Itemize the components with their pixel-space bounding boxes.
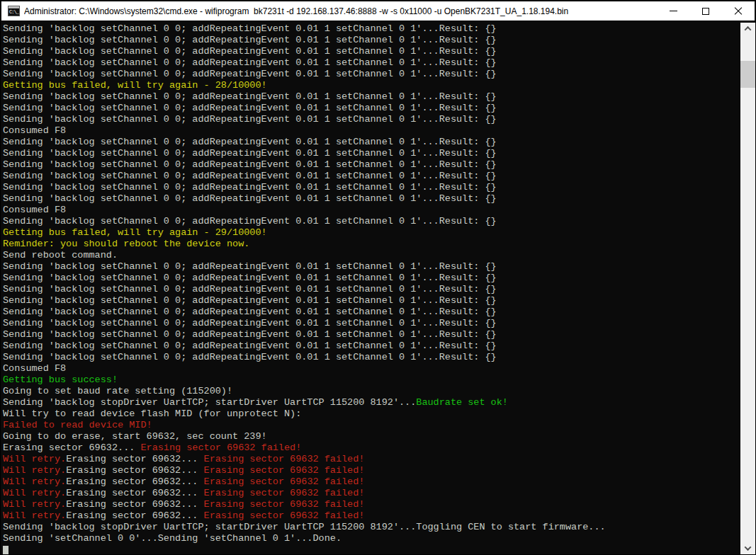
terminal-text-segment: Erasing sector 69632... bbox=[66, 510, 203, 521]
cmd-window: Administrator: C:\Windows\system32\cmd.e… bbox=[0, 0, 756, 555]
terminal-text-segment: Getting bus failed, will try again - 28/… bbox=[3, 80, 267, 91]
terminal-line: Sending 'setChannel 0 0'...Sending 'setC… bbox=[1, 533, 742, 544]
terminal-line: Sending 'backlog stopDriver UartTCP; sta… bbox=[1, 397, 742, 408]
terminal-text-segment: Erasing sector 69632 failed! bbox=[204, 454, 365, 464]
terminal-text-segment: Will retry. bbox=[3, 454, 66, 464]
terminal-line: Will retry.Erasing sector 69632... Erasi… bbox=[1, 499, 742, 510]
terminal-text-segment: Sending 'backlog setChannel 0 0; addRepe… bbox=[3, 216, 497, 227]
terminal-text-segment: Sending 'backlog setChannel 0 0; addRepe… bbox=[3, 273, 497, 283]
terminal-line: Send reboot command. bbox=[1, 250, 742, 261]
terminal-text-segment: Erasing sector 69632 failed! bbox=[204, 510, 365, 521]
terminal-line bbox=[1, 544, 742, 554]
terminal-text-segment: Consumed F8 bbox=[3, 363, 66, 374]
terminal-text-segment: Will retry. bbox=[3, 510, 66, 521]
terminal-text-segment: Sending 'backlog setChannel 0 0; addRepe… bbox=[3, 148, 497, 159]
terminal-text-segment: Sending 'setChannel 0 0'...Sending 'setC… bbox=[3, 533, 342, 544]
terminal-text-segment: Erasing sector 69632 failed! bbox=[140, 442, 301, 453]
terminal-line: Consumed F8 bbox=[1, 125, 742, 137]
terminal-text-segment: Erasing sector 69632... bbox=[66, 476, 203, 487]
scrollbar-thumb[interactable] bbox=[740, 61, 755, 88]
terminal-line: Sending 'backlog setChannel 0 0; addRepe… bbox=[1, 318, 742, 329]
terminal-text-segment: Sending 'backlog setChannel 0 0; addRepe… bbox=[3, 284, 497, 294]
terminal-cursor bbox=[3, 546, 9, 554]
terminal-text-segment: Erasing sector 69632 failed! bbox=[204, 476, 365, 487]
terminal-line: Sending 'backlog setChannel 0 0; addRepe… bbox=[1, 329, 742, 341]
terminal-text-segment: Will retry. bbox=[3, 465, 66, 476]
terminal-line: Sending 'backlog setChannel 0 0; addRepe… bbox=[1, 273, 742, 284]
terminal-text-segment: Baudrate set ok! bbox=[416, 397, 508, 408]
close-button[interactable] bbox=[722, 1, 755, 21]
scroll-up-button[interactable] bbox=[740, 23, 755, 35]
terminal-text-segment: Send reboot command. bbox=[3, 250, 118, 261]
terminal-line: Will retry.Erasing sector 69632... Erasi… bbox=[1, 488, 742, 499]
terminal-line: Sending 'backlog stopDriver UartTCP; sta… bbox=[1, 522, 742, 533]
terminal-line: Consumed F8 bbox=[1, 363, 742, 374]
terminal-text-segment: Erasing sector 69632 failed! bbox=[204, 465, 365, 476]
terminal-text-segment: Erasing sector 69632... bbox=[66, 488, 203, 498]
terminal-text-segment: Sending 'backlog setChannel 0 0; addRepe… bbox=[3, 307, 497, 317]
terminal-text-segment: Sending 'backlog setChannel 0 0; addRepe… bbox=[3, 91, 497, 102]
terminal-text-segment: Sending 'backlog setChannel 0 0; addRepe… bbox=[3, 46, 497, 57]
terminal-line: Sending 'backlog setChannel 0 0; addRepe… bbox=[1, 216, 742, 227]
terminal-text-segment: Erasing sector 69632... bbox=[66, 499, 203, 510]
terminal-line: Sending 'backlog setChannel 0 0; addRepe… bbox=[1, 341, 742, 352]
terminal-text-segment: Sending 'backlog setChannel 0 0; addRepe… bbox=[3, 35, 497, 45]
terminal-text-segment: Sending 'backlog setChannel 0 0; addRepe… bbox=[3, 57, 497, 68]
terminal-text-segment: Erasing sector 69632... bbox=[3, 442, 140, 453]
cmd-icon bbox=[8, 6, 20, 16]
terminal-line: Sending 'backlog setChannel 0 0; addRepe… bbox=[1, 35, 742, 46]
terminal-line: Sending 'backlog setChannel 0 0; addRepe… bbox=[1, 114, 742, 125]
terminal-line: Sending 'backlog setChannel 0 0; addRepe… bbox=[1, 148, 742, 159]
terminal-line: Going to do erase, start 69632, sec coun… bbox=[1, 431, 742, 442]
terminal-line: Sending 'backlog setChannel 0 0; addRepe… bbox=[1, 352, 742, 363]
terminal-text-segment: Sending 'backlog setChannel 0 0; addRepe… bbox=[3, 137, 497, 147]
terminal-line: Sending 'backlog setChannel 0 0; addRepe… bbox=[1, 137, 742, 148]
terminal-line: Sending 'backlog setChannel 0 0; addRepe… bbox=[1, 193, 742, 205]
window-title: Administrator: C:\Windows\system32\cmd.e… bbox=[24, 6, 657, 16]
terminal-line: Getting bus failed, will try again - 29/… bbox=[1, 227, 742, 239]
terminal-text-segment: Sending 'backlog setChannel 0 0; addRepe… bbox=[3, 182, 497, 193]
terminal-text-segment: Sending 'backlog setChannel 0 0; addRepe… bbox=[3, 23, 497, 34]
terminal-text-segment: Going to set baud rate setting (115200)! bbox=[3, 386, 232, 396]
terminal-text-segment: Failed to read device MID! bbox=[3, 420, 152, 430]
terminal-line: Sending 'backlog setChannel 0 0; addRepe… bbox=[1, 182, 742, 193]
terminal-line: Getting bus failed, will try again - 28/… bbox=[1, 80, 742, 91]
terminal-line: Will retry.Erasing sector 69632... Erasi… bbox=[1, 454, 742, 465]
terminal-line: Sending 'backlog setChannel 0 0; addRepe… bbox=[1, 103, 742, 114]
minimize-button[interactable] bbox=[657, 1, 689, 21]
terminal-text-segment: Consumed F8 bbox=[3, 205, 66, 215]
terminal-text-segment: Erasing sector 69632... bbox=[66, 454, 203, 464]
terminal-text-segment: Getting bus success! bbox=[3, 374, 118, 385]
terminal-line: Sending 'backlog setChannel 0 0; addRepe… bbox=[1, 261, 742, 273]
terminal-line: Sending 'backlog setChannel 0 0; addRepe… bbox=[1, 46, 742, 57]
window-controls bbox=[657, 1, 755, 21]
terminal-text-segment: Sending 'backlog setChannel 0 0; addRepe… bbox=[3, 103, 497, 113]
terminal-line: Will retry.Erasing sector 69632... Erasi… bbox=[1, 465, 742, 476]
terminal-text-segment: Getting bus failed, will try again - 29/… bbox=[3, 227, 267, 238]
terminal-text-segment: Sending 'backlog setChannel 0 0; addRepe… bbox=[3, 318, 497, 328]
terminal-line: Sending 'backlog setChannel 0 0; addRepe… bbox=[1, 69, 742, 80]
terminal-line: Sending 'backlog setChannel 0 0; addRepe… bbox=[1, 23, 742, 35]
terminal-line: Will retry.Erasing sector 69632... Erasi… bbox=[1, 476, 742, 488]
terminal-output: Sending 'backlog setChannel 0 0; addRepe… bbox=[1, 23, 742, 554]
scroll-down-button[interactable] bbox=[740, 542, 755, 554]
terminal-line: Going to set baud rate setting (115200)! bbox=[1, 386, 742, 397]
titlebar[interactable]: Administrator: C:\Windows\system32\cmd.e… bbox=[1, 1, 755, 22]
terminal-line: Sending 'backlog setChannel 0 0; addRepe… bbox=[1, 159, 742, 171]
terminal-line: Getting bus success! bbox=[1, 374, 742, 386]
terminal-text-segment: Erasing sector 69632... bbox=[66, 465, 203, 476]
terminal-text-segment: Sending 'backlog stopDriver UartTCP; sta… bbox=[3, 522, 606, 532]
close-icon bbox=[734, 7, 743, 16]
terminal-text-segment: Will retry. bbox=[3, 499, 66, 510]
scrollbar[interactable] bbox=[740, 23, 755, 554]
terminal-line: Erasing sector 69632... Erasing sector 6… bbox=[1, 442, 742, 454]
terminal-text-segment: Erasing sector 69632 failed! bbox=[204, 488, 365, 498]
terminal-text-segment: Will try to read device flash MID (for u… bbox=[3, 408, 301, 419]
terminal-line: Failed to read device MID! bbox=[1, 420, 742, 431]
maximize-button[interactable] bbox=[689, 1, 722, 21]
terminal-line: Sending 'backlog setChannel 0 0; addRepe… bbox=[1, 57, 742, 69]
terminal-text-segment: Going to do erase, start 69632, sec coun… bbox=[3, 431, 267, 442]
terminal-line: Sending 'backlog setChannel 0 0; addRepe… bbox=[1, 171, 742, 182]
maximize-icon bbox=[702, 8, 709, 15]
terminal-line: Sending 'backlog setChannel 0 0; addRepe… bbox=[1, 284, 742, 295]
